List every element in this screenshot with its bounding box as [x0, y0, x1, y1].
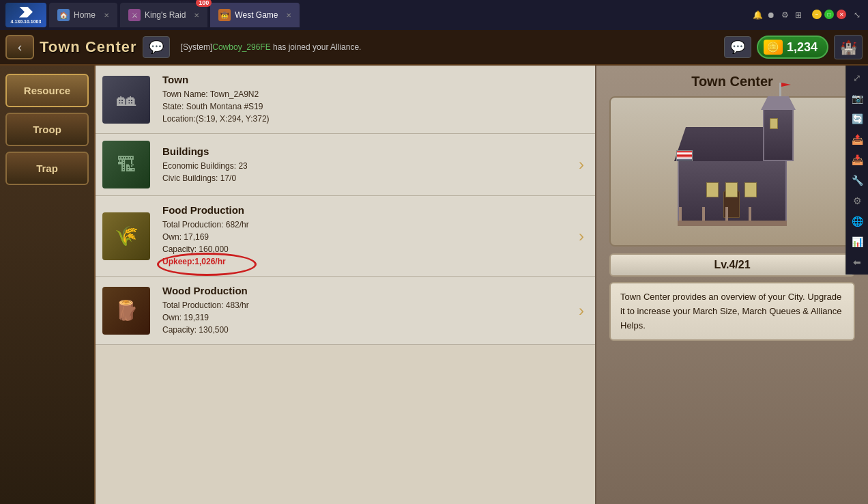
kings-icon: ⚔	[128, 9, 141, 21]
tab-kings-raid[interactable]: ⚔ King's Raid 100 ✕	[120, 3, 207, 27]
window-1	[706, 182, 719, 197]
wood-title: Wood Production	[162, 285, 562, 296]
table-row[interactable]: 🌾 Food Production Total Production: 682/…	[96, 196, 595, 277]
main-content: Resource Troop Trap 🏘 Town Town Name: To…	[0, 66, 868, 504]
player-name: Cowboy_296FE	[212, 42, 270, 52]
post-4	[749, 207, 751, 221]
app-header: ‹ Town Center 💬 [System]Cowboy_296FE has…	[0, 30, 868, 66]
food-own: Own: 17,169	[162, 231, 562, 243]
right-panel: Town Center	[595, 66, 868, 504]
post-2	[702, 207, 705, 221]
castle-button[interactable]: 🏰	[834, 35, 863, 59]
wood-capacity: Capacity: 130,500	[162, 324, 562, 336]
level-badge: Lv.4/21	[609, 253, 855, 277]
side-toolbar: ⤢ 📷 🔄 📤 📥 🔧 ⚙ 🌐 📊 ⬅	[845, 66, 868, 275]
tab-home[interactable]: 🏠 Home ✕	[49, 3, 117, 27]
building-display	[609, 96, 855, 247]
bluestacks-version: 4.130.10.1003	[11, 19, 42, 24]
castle-icon: 🏰	[840, 39, 857, 55]
window-controls: 🔔 ⏺ ⚙ ⊞ − □ ✕ ⤡	[752, 10, 863, 20]
food-production: Total Production: 682/hr	[162, 219, 562, 231]
maximize-button[interactable]: □	[824, 10, 834, 19]
civic-buildings: Civic Buildings: 17/0	[162, 172, 562, 184]
gold-display[interactable]: 🪙 1,234	[757, 36, 828, 59]
window-2	[725, 182, 738, 197]
rotate-icon[interactable]: 🔄	[848, 109, 867, 128]
sidebar-btn-trap[interactable]: Trap	[5, 152, 89, 185]
food-arrow[interactable]: ›	[568, 196, 595, 276]
title-bar: 4.130.10.1003 🏠 Home ✕ ⚔ King's Raid 100…	[0, 0, 868, 30]
chat-button-left[interactable]: 💬	[143, 36, 170, 58]
tab-west-close[interactable]: ✕	[286, 12, 291, 19]
gold-amount: 1,234	[787, 40, 818, 55]
tab-kings-close[interactable]: ✕	[194, 12, 199, 19]
bell-icon[interactable]: 🔔	[752, 10, 763, 20]
chat-button-right[interactable]: 💬	[724, 36, 751, 58]
join-text: has joined your Alliance.	[271, 42, 362, 52]
back-button[interactable]: ‹	[5, 35, 34, 59]
table-row[interactable]: 🪵 Wood Production Total Production: 483/…	[96, 277, 595, 345]
food-capacity: Capacity: 160,000	[162, 243, 562, 255]
screenshot-icon[interactable]: 📷	[848, 89, 867, 108]
gold-icon: 🪙	[764, 40, 783, 55]
left-sidebar: Resource Troop Trap	[0, 66, 96, 504]
food-content: Food Production Total Production: 682/hr…	[157, 196, 568, 276]
record-icon[interactable]: ⏺	[766, 10, 777, 20]
food-icon-cell: 🌾	[96, 196, 157, 276]
food-upkeep: Upkeep:1,026/hr	[162, 255, 562, 268]
town-state: State: South Montana #S19	[162, 100, 590, 113]
wood-building-icon: 🪵	[102, 287, 150, 335]
wood-arrow[interactable]: ›	[568, 277, 595, 344]
bluestacks-logo: 4.130.10.1003	[5, 3, 46, 27]
home-icon: 🏠	[57, 9, 70, 21]
wood-content: Wood Production Total Production: 483/hr…	[157, 277, 568, 344]
window-3	[744, 182, 757, 197]
tab-home-label: Home	[74, 10, 96, 20]
wood-icon-cell: 🪵	[96, 277, 157, 344]
kings-badge: 100	[196, 0, 212, 7]
buildings-title: Buildings	[162, 145, 562, 157]
tab-home-close[interactable]: ✕	[104, 12, 109, 19]
description-box: Town Center provides an overview of your…	[609, 282, 855, 341]
globe-icon[interactable]: 🌐	[848, 212, 867, 231]
download-icon[interactable]: 📥	[848, 150, 867, 169]
upload-icon[interactable]: 📤	[848, 130, 867, 149]
close-button[interactable]: ✕	[837, 10, 846, 19]
tab-west-label: West Game	[235, 10, 278, 20]
page-title: Town Center	[40, 38, 137, 56]
buildings-arrow[interactable]: ›	[568, 134, 595, 195]
building-porch	[678, 221, 787, 226]
tab-west-game[interactable]: 🤠 West Game ✕	[210, 3, 300, 27]
back-side-icon[interactable]: ⬅	[848, 253, 867, 272]
buildings-building-icon: 🏗	[102, 141, 150, 188]
building-windows	[706, 182, 757, 197]
buildings-content: Buildings Economic Buildings: 23 Civic B…	[157, 134, 568, 195]
fullscreen-icon[interactable]: ⤢	[848, 68, 867, 87]
settings-icon[interactable]: ⚙	[779, 10, 790, 20]
config-icon[interactable]: ⚙	[848, 191, 867, 210]
minimize-button[interactable]: −	[812, 10, 822, 19]
tool-icon[interactable]: 🔧	[848, 171, 867, 190]
town-title: Town	[162, 74, 590, 85]
expand-icon[interactable]: ⤡	[852, 10, 863, 20]
town-location: Location:(S:19, X:294, Y:372)	[162, 113, 590, 125]
stats-icon[interactable]: 📊	[848, 232, 867, 251]
center-panel: 🏘 Town Town Name: Town_2A9N2 State: Sout…	[96, 66, 595, 504]
building-tower-top	[761, 96, 796, 110]
post-3	[725, 207, 728, 221]
town-building-icon: 🏘	[102, 76, 150, 124]
west-icon: 🤠	[218, 9, 231, 21]
town-name: Town Name: Town_2A9N2	[162, 88, 590, 100]
food-title: Food Production	[162, 204, 562, 216]
chat-icon-left: 💬	[149, 40, 164, 55]
town-icon-cell: 🏘	[96, 66, 157, 133]
building-tower	[763, 107, 794, 161]
share-icon[interactable]: ⊞	[793, 10, 804, 20]
town-content: Town Town Name: Town_2A9N2 State: South …	[157, 66, 595, 133]
wood-own: Own: 19,319	[162, 311, 562, 324]
economic-buildings: Economic Buildings: 23	[162, 160, 562, 172]
sidebar-btn-troop[interactable]: Troop	[5, 113, 89, 146]
table-row: 🏘 Town Town Name: Town_2A9N2 State: Sout…	[96, 66, 595, 134]
table-row[interactable]: 🏗 Buildings Economic Buildings: 23 Civic…	[96, 134, 595, 196]
sidebar-btn-resource[interactable]: Resource	[5, 74, 89, 107]
